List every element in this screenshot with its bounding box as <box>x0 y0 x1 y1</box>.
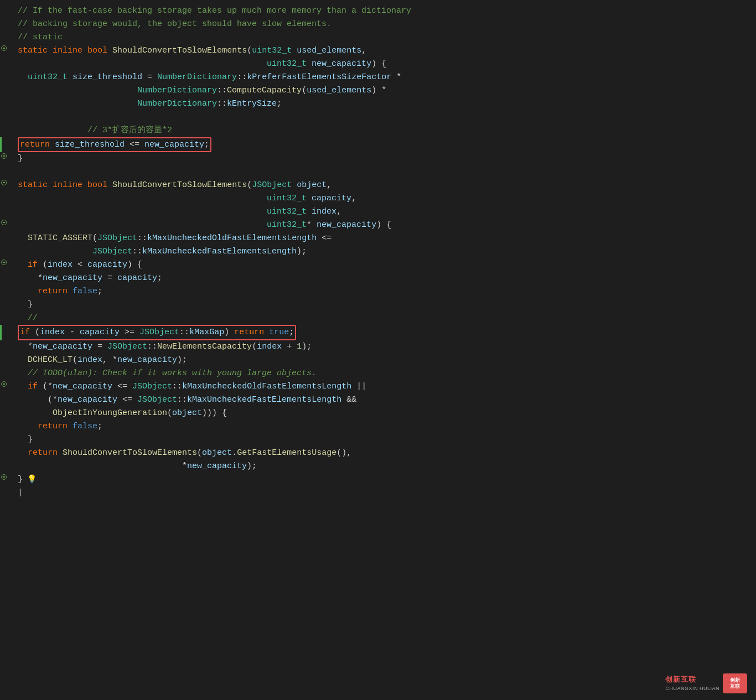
gutter-35 <box>0 460 15 473</box>
line-content-1: // If the fast-case backing storage take… <box>15 4 756 18</box>
gutter-21 <box>0 272 15 285</box>
gutter-15 <box>0 192 15 205</box>
code-line-3: // static <box>0 31 756 44</box>
code-line-8: NumberDictionary::kEntrySize; <box>0 97 756 111</box>
line-content-6: uint32_t size_threshold = NumberDictiona… <box>15 71 756 84</box>
fold-icon-20[interactable] <box>1 260 7 265</box>
code-editor: // If the fast-case backing storage take… <box>0 0 756 504</box>
code-line-21: *new_capacity = capacity; <box>0 272 756 285</box>
code-line-16: uint32_t index, <box>0 205 756 219</box>
gutter-33 <box>0 433 15 447</box>
line-content-33: } <box>15 433 756 447</box>
watermark: 创新互联 CHUANGXIN HULIAN 创新互联 <box>665 673 747 693</box>
watermark-text-container: 创新互联 CHUANGXIN HULIAN <box>665 674 719 693</box>
gutter-24 <box>0 312 15 325</box>
gutter-36 <box>0 473 15 486</box>
code-line-33: } <box>0 433 756 447</box>
code-line-24: // <box>0 312 756 325</box>
gutter-8 <box>0 97 15 111</box>
line-content-14: static inline bool ShouldConvertToSlowEl… <box>15 179 756 192</box>
line-content-18: STATIC_ASSERT(JSObject::kMaxUncheckedOld… <box>15 232 756 245</box>
code-line-27: DCHECK_LT(index, *new_capacity); <box>0 354 756 367</box>
line-content-27: DCHECK_LT(index, *new_capacity); <box>15 354 756 367</box>
gutter-4 <box>0 44 15 58</box>
line-content-15: uint32_t capacity, <box>15 192 756 205</box>
gutter-6 <box>0 71 15 84</box>
line-content-17: uint32_t* new_capacity) { <box>15 219 756 232</box>
line-content-34: return ShouldConvertToSlowElements(objec… <box>15 447 756 460</box>
gutter-16 <box>0 205 15 219</box>
line-content-37: | <box>15 486 756 500</box>
code-line-10: // 3*扩容后的容量*2 <box>0 124 756 137</box>
code-line-1: // If the fast-case backing storage take… <box>0 4 756 18</box>
gutter-34 <box>0 447 15 460</box>
watermark-logo: 创新互联 <box>723 673 747 693</box>
line-content-25: if (index - capacity >= JSObject::kMaxGa… <box>15 325 756 340</box>
line-content-28: // TODO(ulan): Check if it works with yo… <box>15 367 756 380</box>
gutter-2 <box>0 18 15 31</box>
line-content-23: } <box>15 298 756 312</box>
code-line-6: uint32_t size_threshold = NumberDictiona… <box>0 71 756 84</box>
gutter-27 <box>0 354 15 367</box>
gutter-28 <box>0 367 15 380</box>
code-line-7: NumberDictionary::ComputeCapacity(used_e… <box>0 84 756 97</box>
line-content-5: uint32_t new_capacity) { <box>15 58 756 71</box>
gutter-19 <box>0 245 15 258</box>
watermark-text-cn: 创新互联 <box>665 674 719 685</box>
fold-icon-29[interactable] <box>1 381 7 387</box>
code-line-11: return size_threshold <= new_capacity; <box>0 137 756 152</box>
fold-icon-36[interactable] <box>1 474 7 480</box>
line-content-31: ObjectInYoungGeneration(object))) { <box>15 407 756 420</box>
code-line-15: uint32_t capacity, <box>0 192 756 205</box>
gutter-31 <box>0 407 15 420</box>
gutter-3 <box>0 31 15 44</box>
line-content-7: NumberDictionary::ComputeCapacity(used_e… <box>15 84 756 97</box>
fold-icon-4[interactable] <box>1 45 7 51</box>
line-content-21: *new_capacity = capacity; <box>15 272 756 285</box>
code-line-31: ObjectInYoungGeneration(object))) { <box>0 407 756 420</box>
line-content-26: *new_capacity = JSObject::NewElementsCap… <box>15 340 756 354</box>
line-content-22: return false; <box>15 285 756 298</box>
code-line-37: | <box>0 486 756 500</box>
gutter-23 <box>0 298 15 312</box>
line-content-11: return size_threshold <= new_capacity; <box>15 137 756 152</box>
code-line-12: } <box>0 152 756 165</box>
line-content-20: if (index < capacity) { <box>15 258 756 272</box>
watermark-logo-text: 创新互联 <box>730 677 740 689</box>
code-line-25: if (index - capacity >= JSObject::kMaxGa… <box>0 325 756 340</box>
line-content-9 <box>15 111 756 124</box>
code-line-28: // TODO(ulan): Check if it works with yo… <box>0 367 756 380</box>
gutter-12 <box>0 152 15 165</box>
line-content-30: (*new_capacity <= JSObject::kMaxUnchecke… <box>15 393 756 407</box>
gutter-9 <box>0 111 15 124</box>
line-content-13 <box>15 165 756 179</box>
code-line-13 <box>0 165 756 179</box>
code-line-18: STATIC_ASSERT(JSObject::kMaxUncheckedOld… <box>0 232 756 245</box>
line-content-4: static inline bool ShouldConvertToSlowEl… <box>15 44 756 58</box>
line-content-24: // <box>15 312 756 325</box>
fold-icon-14[interactable] <box>1 180 7 185</box>
line-content-32: return false; <box>15 420 756 433</box>
gutter-1 <box>0 4 15 18</box>
gutter-18 <box>0 232 15 245</box>
fold-icon-12[interactable] <box>1 153 7 159</box>
gutter-14 <box>0 179 15 192</box>
gutter-13 <box>0 165 15 179</box>
line-content-10: // 3*扩容后的容量*2 <box>15 124 756 137</box>
code-line-22: return false; <box>0 285 756 298</box>
code-line-29: if (*new_capacity <= JSObject::kMaxUnche… <box>0 380 756 393</box>
code-line-4: static inline bool ShouldConvertToSlowEl… <box>0 44 756 58</box>
line-content-2: // backing storage would, the object sho… <box>15 18 756 31</box>
fold-icon-17[interactable] <box>1 220 7 225</box>
line-content-35: *new_capacity); <box>15 460 756 473</box>
code-line-26: *new_capacity = JSObject::NewElementsCap… <box>0 340 756 354</box>
gutter-5 <box>0 58 15 71</box>
gutter-26 <box>0 340 15 354</box>
line-content-36: } 💡 <box>15 473 756 486</box>
code-line-14: static inline bool ShouldConvertToSlowEl… <box>0 179 756 192</box>
gutter-29 <box>0 380 15 393</box>
code-line-34: return ShouldConvertToSlowElements(objec… <box>0 447 756 460</box>
code-line-17: uint32_t* new_capacity) { <box>0 219 756 232</box>
sidebar-green-11 <box>0 137 2 152</box>
code-line-36: } 💡 <box>0 473 756 486</box>
